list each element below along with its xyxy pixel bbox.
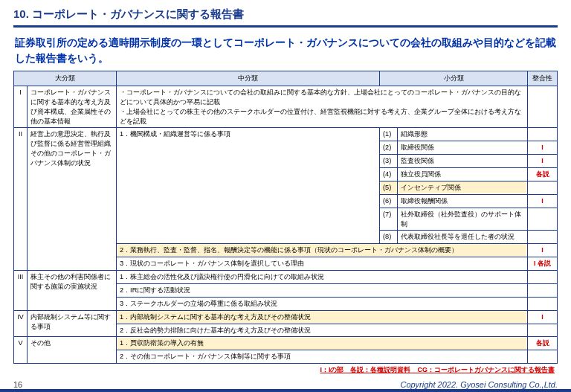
row1-c (528, 86, 558, 128)
th-large: 大分類 (14, 71, 117, 86)
r2s6c: I (528, 194, 558, 208)
r2s8c (528, 231, 558, 244)
r2s8: 代表取締役社長等を退任した者の状況 (398, 231, 528, 244)
r2s5n: (5) (380, 181, 398, 194)
row4-l: 内部統制システム等に関する事項 (28, 310, 117, 337)
row5-num: V (14, 337, 28, 364)
row5-m1: 1．買収防衛策の導入の有無 (117, 337, 528, 350)
row5-c2 (528, 350, 558, 364)
th-small: 小分類 (380, 71, 528, 86)
r2s5: インセンティブ関係 (398, 181, 528, 194)
page-number: 16 (13, 380, 22, 389)
row3-c3 (528, 297, 558, 310)
r2s6: 取締役報酬関係 (398, 194, 528, 208)
row2-l: 経営上の意思決定、執行及び監督に係る経営管理組織その他のコーポレート・ガバナンス… (28, 128, 117, 271)
row5-l: その他 (28, 337, 117, 364)
footer: 16 Copyright 2022. Gyosei Consulting Co.… (0, 380, 571, 389)
row3-num: III (14, 271, 28, 311)
row3-m3: 3．ステークホルダーの立場の尊重に係る取組み状況 (117, 297, 528, 310)
row2-num: II (14, 128, 28, 271)
row2-c3: I 各説 (528, 257, 558, 271)
row3-m1: 1．株主総会の活性化及び議決権行使の円滑化に向けての取組み状況 (117, 271, 528, 284)
row1-l: コーポレート・ガバナンスに関する基本的な考え方及び資本構成、企業属性その他の基本… (28, 86, 117, 128)
row4-m2: 2．反社会的勢力排除に向けた基本的な考え方及びその整備状況 (117, 324, 528, 337)
row3-l: 株主その他の利害関係者に関する施策の実施状況 (28, 271, 117, 311)
r2s5c (528, 181, 558, 194)
th-mid: 中分類 (117, 71, 380, 86)
row5-c1: 各説 (528, 337, 558, 350)
r2s3n: (3) (380, 155, 398, 168)
r2s4n: (4) (380, 168, 398, 181)
row2-m3: 3．現状のコーポレート・ガバナンス体制を選択している理由 (117, 257, 528, 271)
r2s3c: I (528, 155, 558, 168)
r2s3: 監査役関係 (398, 155, 528, 168)
row1-m: ・コーポレート・ガバナンスについての会社の取組みに関する基本的な方針、上場会社に… (117, 86, 528, 128)
r2s1: 組織形態 (398, 128, 528, 141)
r2s6n: (6) (380, 194, 398, 208)
bottom-bar (0, 389, 571, 392)
copyright: Copyright 2022. Gyosei Consulting Co.,Lt… (400, 380, 558, 389)
row5-m2: 2．その他コーポレート・ガバナンス体制等に関する事項 (117, 350, 528, 364)
legend: I：Iの部 各説：各種説明資料 CG：コーポレートガバナンスに関する報告書 (13, 364, 558, 375)
r2s1c (528, 128, 558, 141)
r2s4: 独立役員関係 (398, 168, 528, 181)
r2s7: 社外取締役（社外監査役）のサポート体制 (398, 208, 528, 231)
row4-c1: I (528, 310, 558, 324)
th-consistency: 整合性 (528, 71, 558, 86)
classification-table: 大分類 中分類 小分類 整合性 I コーポレート・ガバナンスに関する基本的な考え… (13, 71, 558, 364)
row3-c1 (528, 271, 558, 284)
row3-c2 (528, 283, 558, 297)
row4-c2 (528, 324, 558, 337)
r2s4c: 各説 (528, 168, 558, 181)
row2-c2: I (528, 244, 558, 257)
r2s8n: (8) (380, 231, 398, 244)
r2s2c: I (528, 141, 558, 155)
r2s7n: (7) (380, 208, 398, 231)
row4-m1: 1．内部統制システムに関する基本的な考え方及びその整備状況 (117, 310, 528, 324)
row2-m2: 2．業務執行、監査・監督、指名、報酬決定等の機能に係る事項（現状のコーポレート・… (117, 244, 528, 257)
r2s2n: (2) (380, 141, 398, 155)
row4-num: IV (14, 310, 28, 337)
r2s1n: (1) (380, 128, 398, 141)
row1-num: I (14, 86, 28, 128)
row2-m1: 1．機関構成・組織運営等に係る事項 (117, 128, 380, 244)
subtitle: 証券取引所の定める適時開示制度の一環としてコーポレート・ガバナンスについての会社… (13, 28, 558, 71)
r2s2: 取締役関係 (398, 141, 528, 155)
page-title: 10. コーポレート・ガバナンスに関する報告書 (13, 7, 558, 24)
row3-m2: 2．IRに関する活動状況 (117, 283, 528, 297)
r2s7c (528, 208, 558, 231)
